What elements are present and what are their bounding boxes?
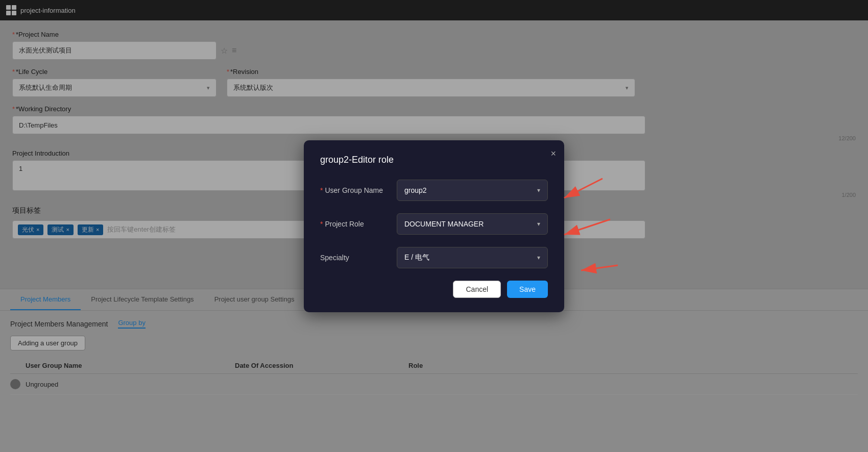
modal-user-group-field: * User Group Name group2 ▾ xyxy=(320,180,548,201)
chevron-down-icon: ▾ xyxy=(537,220,540,228)
chevron-down-icon: ▾ xyxy=(537,254,540,261)
modal-overlay: group2-Editor role × * User Group Name g… xyxy=(0,0,868,452)
modal-specialty-field: Specialty E / 电气 ▾ xyxy=(320,247,548,268)
svg-line-2 xyxy=(564,219,610,235)
modal-project-role-label: * Project Role xyxy=(320,220,397,228)
cancel-button[interactable]: Cancel xyxy=(453,281,501,298)
user-group-name-select[interactable]: group2 ▾ xyxy=(397,180,548,201)
modal-user-group-label: * User Group Name xyxy=(320,186,397,194)
svg-line-3 xyxy=(581,265,618,270)
modal-project-role-field: * Project Role DOCUMENT MANAGER ▾ xyxy=(320,213,548,235)
modal-footer: Cancel Save xyxy=(320,281,548,298)
chevron-down-icon: ▾ xyxy=(537,187,540,194)
modal-dialog: group2-Editor role × * User Group Name g… xyxy=(304,140,564,312)
modal-close-button[interactable]: × xyxy=(550,148,556,159)
modal-title: group2-Editor role xyxy=(320,155,548,165)
svg-line-1 xyxy=(564,179,602,198)
save-button[interactable]: Save xyxy=(507,281,548,298)
modal-specialty-label: Specialty xyxy=(320,254,397,262)
specialty-select[interactable]: E / 电气 ▾ xyxy=(397,247,548,268)
project-role-select[interactable]: DOCUMENT MANAGER ▾ xyxy=(397,213,548,235)
